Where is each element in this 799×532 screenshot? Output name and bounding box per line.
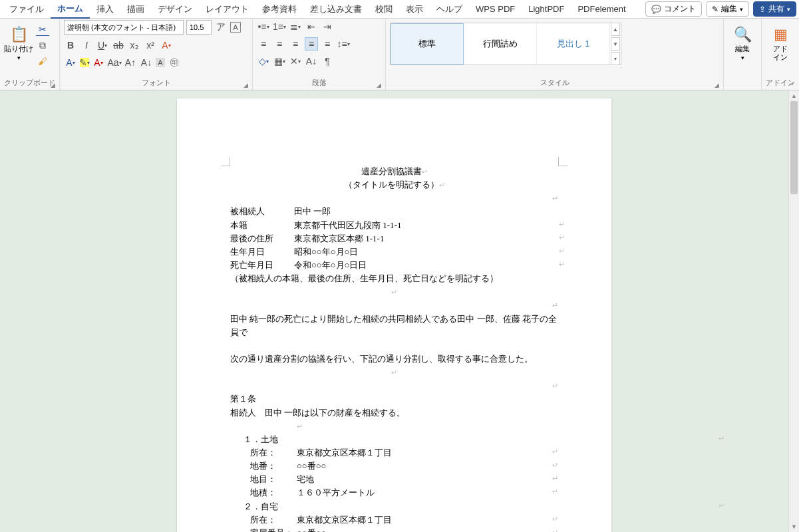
tab-references[interactable]: 参考資料 <box>255 1 303 18</box>
tab-layout[interactable]: レイアウト <box>199 1 255 18</box>
kv-row: 被相続人田中 一郎 <box>230 205 558 218</box>
scroll-down-button[interactable]: ▼ <box>789 521 799 532</box>
superscript-button[interactable]: x² <box>144 39 157 52</box>
kv-row: 本籍東京都千代田区九段南 1-1-1↵ <box>230 219 558 232</box>
char-shading-button[interactable]: A <box>156 58 165 67</box>
article-line: 相続人 田中 一郎は以下の財産を相続する。 <box>230 406 558 420</box>
decrease-indent-button[interactable]: ⇤ <box>305 20 318 33</box>
clipboard-icon: 📋 <box>10 26 28 43</box>
cut-icon[interactable]: ✂ <box>36 23 49 36</box>
tab-review[interactable]: 校閲 <box>369 1 399 18</box>
font-name-input[interactable] <box>64 20 184 35</box>
underline-button[interactable]: U▾ <box>96 39 109 52</box>
pencil-icon: ✎ <box>712 5 719 14</box>
strike-button[interactable]: ab <box>112 39 125 52</box>
chevron-down-icon: ▾ <box>17 55 21 61</box>
tab-lightpdf[interactable]: LightPDF <box>522 1 571 17</box>
share-icon: ⇪ <box>759 5 766 14</box>
font-color-button[interactable]: A▾ <box>92 56 105 69</box>
document-area[interactable]: 遺産分割協議書↵ （タイトルを明記する）↵ ↵ 被相続人田中 一郎 本籍東京都千… <box>0 90 788 532</box>
tab-wpspdf[interactable]: WPS PDF <box>469 1 522 17</box>
text-effects-button[interactable]: A▾ <box>160 39 173 52</box>
style-expand[interactable]: ▾ <box>611 52 620 65</box>
tab-design[interactable]: デザイン <box>151 1 199 18</box>
bold-button[interactable]: B <box>64 39 77 52</box>
bullet-list-button[interactable]: •≡▾ <box>257 20 270 33</box>
tab-help[interactable]: ヘルプ <box>430 1 469 18</box>
highlight-button[interactable]: ✎▾ <box>80 58 89 67</box>
tab-view[interactable]: 表示 <box>399 1 430 18</box>
scroll-thumb[interactable] <box>790 101 798 194</box>
blank-line <box>230 339 558 352</box>
prop-row: 地目：宅地↵ <box>230 473 558 486</box>
align-right-button[interactable]: ≡ <box>289 37 302 51</box>
margin-corner <box>558 157 567 166</box>
collapse-ribbon-button[interactable]: ⌄ <box>789 78 795 87</box>
dialog-launcher-icon[interactable]: ◢ <box>243 82 248 88</box>
prop-row: 家屋番号：○○番○○↵ <box>230 527 558 532</box>
find-button[interactable]: 🔍 編集▾ <box>728 20 757 68</box>
char-scale-button[interactable]: ✕▾ <box>289 55 302 68</box>
format-painter-icon[interactable]: 🖌 <box>36 55 49 68</box>
doc-subtitle: （タイトルを明記する）↵ <box>230 178 558 192</box>
italic-button[interactable]: I <box>80 39 93 52</box>
enclose-char-button[interactable]: ㊞ <box>168 56 181 69</box>
distributed-button[interactable]: ≡ <box>321 37 334 51</box>
align-left-button[interactable]: ≡ <box>257 37 270 51</box>
addin-button[interactable]: ▦ アドイン <box>766 20 795 68</box>
comment-button[interactable]: 💬コメント <box>645 1 702 17</box>
tab-home[interactable]: ホーム <box>51 0 90 19</box>
style-nospace[interactable]: 行間詰め <box>464 23 537 65</box>
tab-mailings[interactable]: 差し込み文書 <box>303 1 369 18</box>
page[interactable]: 遺産分割協議書↵ （タイトルを明記する）↵ ↵ 被相続人田中 一郎 本籍東京都千… <box>177 98 611 532</box>
subscript-button[interactable]: x₂ <box>128 39 141 52</box>
shading-button[interactable]: ◇▾ <box>257 55 270 68</box>
style-scroll-up[interactable]: ▲ <box>611 23 620 36</box>
tab-draw[interactable]: 描画 <box>120 1 151 18</box>
font-size-input[interactable] <box>186 20 212 35</box>
increase-indent-button[interactable]: ⇥ <box>321 20 334 33</box>
show-marks-button[interactable]: ¶ <box>321 55 334 68</box>
vertical-scrollbar[interactable]: ▲ ▼ <box>788 90 799 532</box>
justify-button[interactable]: ≡ <box>305 37 318 51</box>
doc-title: 遺産分割協議書↵ <box>230 165 558 178</box>
style-heading1[interactable]: 見出し 1 <box>537 23 610 65</box>
align-center-button[interactable]: ≡ <box>273 37 286 51</box>
group-editing: 🔍 編集▾ <box>724 19 762 90</box>
multilevel-list-button[interactable]: ≣▾ <box>289 20 302 33</box>
number-list-button[interactable]: 1≡▾ <box>273 20 286 33</box>
grow-font-button[interactable]: A↑ <box>124 56 137 69</box>
font-outline-button[interactable]: A▾ <box>64 56 77 69</box>
tab-insert[interactable]: 挿入 <box>90 1 120 18</box>
line-spacing-button[interactable]: ↕≡▾ <box>337 37 350 51</box>
menu-bar: ファイル ホーム 挿入 描画 デザイン レイアウト 参考資料 差し込み文書 校閲… <box>0 0 799 19</box>
prop-row: 地積：１６０平方メートル↵ <box>230 486 558 499</box>
char-border-icon[interactable]: A <box>230 22 241 33</box>
blank-line: ↵ <box>230 192 558 205</box>
style-scroll-down[interactable]: ▼ <box>611 37 620 51</box>
style-normal[interactable]: 標準 <box>391 23 464 65</box>
borders-button[interactable]: ▦▾ <box>273 55 286 68</box>
edit-mode-button[interactable]: ✎編集▾ <box>706 1 749 17</box>
blank-line: ↵ <box>230 285 558 299</box>
scroll-up-button[interactable]: ▲ <box>789 90 799 101</box>
dialog-launcher-icon[interactable]: ◢ <box>715 82 719 88</box>
dialog-launcher-icon[interactable]: ◢ <box>51 82 55 88</box>
tab-pdfelement[interactable]: PDFelement <box>571 1 632 17</box>
blank-line: ↵ <box>230 420 558 433</box>
blank-line: ↵ <box>230 299 558 312</box>
change-case-button[interactable]: Aa▾ <box>108 56 121 69</box>
copy-icon[interactable]: ⧉ <box>36 39 49 52</box>
grid-icon: ▦ <box>774 26 788 43</box>
comment-icon: 💬 <box>651 5 661 14</box>
body-line: 田中 純一郎の死亡により開始した相続の共同相続人である田中 一郎、佐藤 花子の全… <box>230 313 558 339</box>
tab-file[interactable]: ファイル <box>3 1 51 18</box>
dialog-launcher-icon[interactable]: ◢ <box>377 82 381 88</box>
shrink-font-button[interactable]: A↓ <box>140 56 153 69</box>
phonetic-guide-icon[interactable]: ア <box>214 21 228 34</box>
prop-row: 所在：東京都文京区本郷１丁目↵ <box>230 446 558 460</box>
sort-button[interactable]: A↓ <box>305 55 318 68</box>
paste-button[interactable]: 📋 貼り付け▾ <box>4 20 33 68</box>
margin-corner <box>221 157 230 166</box>
share-button[interactable]: ⇪共有▾ <box>753 1 796 17</box>
